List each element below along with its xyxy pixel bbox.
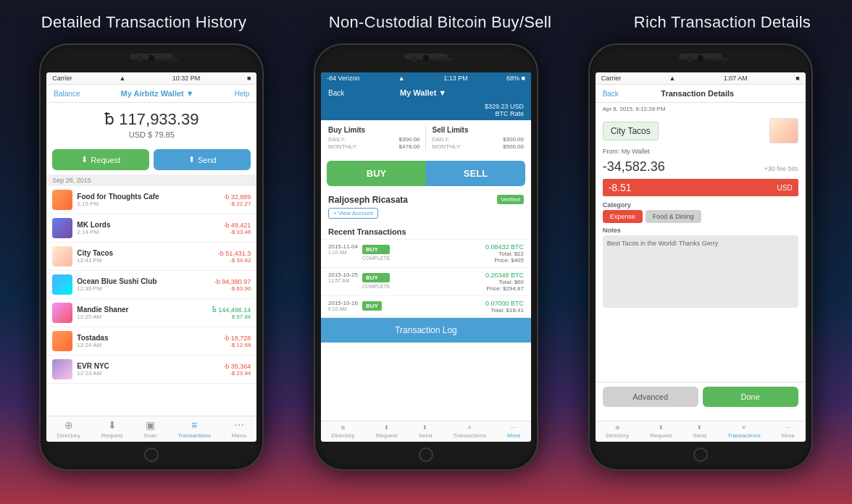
p1-request-button[interactable]: ⬇ Request <box>52 149 149 170</box>
p1-balance-section: ƀ 117,933.39 USD $ 79.85 <box>46 103 256 145</box>
p1-tx-usd-2: -$ 34.82 <box>218 257 251 264</box>
table-row[interactable]: EVR NYC 12:23 AM -b 35,364 -$ 23.94 <box>46 356 256 384</box>
table-row[interactable]: Ocean Blue Sushi Club 12:39 PM -b 94,380… <box>46 271 256 299</box>
p1-tx-btc-3: -b 94,380.97 <box>214 278 251 285</box>
p1-tx-usd-0: -$ 22.27 <box>223 201 251 207</box>
p3-usd-amount: -8.51 <box>609 182 632 193</box>
p1-tx-name-6: EVR NYC <box>77 362 219 370</box>
p2-sell-daily: DAILY: $300.00 <box>432 136 524 143</box>
p3-merchant-name: City Tacos <box>603 122 659 140</box>
p2-sell-limits: Sell Limits DAILY: $300.00 MONTHLY: $500… <box>432 126 524 151</box>
table-row[interactable]: MK Lords 2:14 PM -b 49,421 -$ 33.46 <box>46 214 256 243</box>
p2-tx-badge-1: BUY <box>362 273 390 282</box>
p2-time: 1:13 PM <box>443 75 468 82</box>
phone-3: Carrier ▲ 1:07 AM ■ Back Transaction Det… <box>588 43 813 471</box>
p1-nav-label-4: Menu <box>232 432 246 439</box>
p1-nav-request[interactable]: ⬇ Request <box>101 419 123 439</box>
p2-sell-limits-title: Sell Limits <box>432 126 524 134</box>
p3-bottom-nav: ⊕ Directory ⬇ Request ⬆ Send ≡ Transacti… <box>596 421 806 442</box>
p2-tx-time-0: 1:10 AM <box>328 250 358 255</box>
p3-transactions-icon: ≡ <box>743 424 746 431</box>
p1-tx-amounts-6: -b 35,364 -$ 23.94 <box>223 363 251 377</box>
p3-nav-directory[interactable]: ⊕ Directory <box>606 424 629 439</box>
p2-transaction-log-button[interactable]: Transaction Log <box>321 318 531 343</box>
p1-nav-scan[interactable]: ▣ Scan <box>143 419 156 439</box>
p3-nav-send[interactable]: ⬆ Send <box>693 424 706 439</box>
p3-nav-request[interactable]: ⬇ Request <box>650 424 672 439</box>
p1-request-nav-icon: ⬇ <box>108 419 117 431</box>
p1-transactions-list: Food for Thoughts Cafe 2:15 PM -b 32,889… <box>46 186 256 384</box>
p2-directory-icon: ⊕ <box>341 424 346 431</box>
p2-tx-time-2: 6:10 AM <box>328 306 358 311</box>
p1-help-link[interactable]: Help <box>235 90 250 98</box>
p2-tx-date-col-1: 2015-10-25 11:57 AM <box>328 272 358 283</box>
p3-transaction-date: Apr 8, 2015, 8:12:28 PM <box>596 103 806 115</box>
p2-nav-request[interactable]: ⬇ Request <box>376 424 398 439</box>
p3-fee-unit: bits <box>788 165 798 172</box>
p3-nav-more[interactable]: ⋯ More <box>782 424 795 439</box>
p1-nav-menu[interactable]: ⋯ Menu <box>232 419 246 439</box>
table-row[interactable]: Food for Thoughts Cafe 2:15 PM -b 32,889… <box>46 186 256 214</box>
p2-buy-sell-buttons: BUY SELL <box>327 161 525 186</box>
p2-tx-date-col-0: 2015-11-04 1:10 AM <box>328 243 358 255</box>
p1-balance-link[interactable]: Balance <box>54 90 80 98</box>
p1-send-button[interactable]: ⬆ Send <box>154 149 251 170</box>
phone-1-screen: Carrier ▲ 10:32 PM ■ Balance My Airbitz … <box>46 72 256 442</box>
p2-nav-more[interactable]: ⋯ More <box>507 424 520 439</box>
p3-back-link[interactable]: Back <box>603 90 619 98</box>
p1-battery: ■ <box>247 75 251 82</box>
p1-tx-info-4: Mandie Shaner 12:25 AM <box>77 306 207 320</box>
p2-tx-right-0: 0.08432 BTC Total: $22 Price: $405 <box>485 243 524 264</box>
p1-tx-amounts-4: ƀ 144,496.14 $ 97.84 <box>212 306 251 320</box>
p1-nav-directory[interactable]: ⊕ Directory <box>57 419 80 439</box>
table-row[interactable]: City Tacos 12:41 PM -b 51,431.3 -$ 34.82 <box>46 243 256 271</box>
p3-request-icon: ⬇ <box>659 424 664 431</box>
p3-send-icon: ⬆ <box>697 424 702 431</box>
phones-container: Carrier ▲ 10:32 PM ■ Balance My Airbitz … <box>0 43 852 504</box>
p3-expense-tag[interactable]: Expense <box>603 210 643 223</box>
p3-nav-transactions[interactable]: ≡ Transactions <box>727 424 761 439</box>
p2-buy-button[interactable]: BUY <box>327 161 426 186</box>
p2-view-account-link[interactable]: + View Account <box>328 208 378 219</box>
p1-tx-avatar-3 <box>52 274 72 295</box>
p3-nav-label-4: More <box>782 432 795 439</box>
p1-tx-btc-0: -b 32,889 <box>223 193 251 201</box>
p3-food-dining-tag[interactable]: Food & Dining <box>646 210 701 223</box>
p1-tx-btc-4: ƀ 144,496.14 <box>212 306 251 314</box>
p2-wallet-title[interactable]: My Wallet ▼ <box>400 88 446 97</box>
p3-done-button[interactable]: Done <box>703 387 798 407</box>
p3-merchant-image <box>769 118 798 143</box>
table-row[interactable]: Tostadas 12:24 AM -b 18,728 -$ 12.68 <box>46 327 256 356</box>
list-item[interactable]: 2015-11-04 1:10 AM BUY COMPLETE 0.08432 … <box>321 240 531 268</box>
p1-tx-name-3: Ocean Blue Sushi Club <box>77 277 209 285</box>
p2-tx-badge-0: BUY <box>362 245 390 254</box>
p2-sell-button[interactable]: SELL <box>426 161 525 186</box>
phone-2: -84 Verizon ▲ 1:13 PM 68% ■ Back My Wall… <box>314 43 538 471</box>
p2-tx-date-1: 2015-10-25 <box>328 272 358 278</box>
header-title-2: Non-Custodial Bitcoin Buy/Sell <box>329 13 551 32</box>
p3-advanced-button[interactable]: Advanced <box>603 387 698 407</box>
p1-wallet-title[interactable]: My Airbitz Wallet ▼ <box>121 89 194 98</box>
p3-wifi-icon: ▲ <box>669 75 676 82</box>
p2-tx-price-1: Price: $294.87 <box>485 285 524 292</box>
p3-notes-box[interactable]: Best Tacos in the World! Thanks Gerry <box>603 235 798 308</box>
p3-usd-row: -8.51 USD <box>603 179 798 196</box>
list-item[interactable]: 2015-10-16 6:10 AM BUY 0.07000 BTC Total… <box>321 296 531 318</box>
list-item[interactable]: 2015-10-25 11:57 AM BUY COMPLETE 0.20348… <box>321 268 531 296</box>
p2-nav-directory[interactable]: ⊕ Directory <box>332 424 355 439</box>
p1-nav: Balance My Airbitz Wallet ▼ Help <box>46 85 256 103</box>
table-row[interactable]: Mandie Shaner 12:25 AM ƀ 144,496.14 $ 97… <box>46 299 256 327</box>
p2-nav-send[interactable]: ⬆ Send <box>419 424 433 439</box>
p2-tx-badge-2: BUY <box>362 301 382 311</box>
p2-back-link[interactable]: Back <box>328 89 344 97</box>
p1-time: 10:32 PM <box>172 75 201 82</box>
p1-scan-icon: ▣ <box>146 419 155 431</box>
p2-nav-transactions[interactable]: ≡ Transactions <box>453 424 486 439</box>
p1-nav-transactions[interactable]: ≡ Transactions <box>178 419 211 439</box>
p1-tx-amounts-2: -b 51,431.3 -$ 34.82 <box>218 250 251 264</box>
p1-usd-amount: USD $ 79.85 <box>46 130 256 139</box>
p1-btc-amount: ƀ 117,933.39 <box>46 110 256 129</box>
page-headers: Detailed Transaction History Non-Custodi… <box>0 13 852 32</box>
p2-tx-total-2: Total: $18.41 <box>485 307 524 314</box>
p1-transactions-icon: ≡ <box>191 419 197 431</box>
